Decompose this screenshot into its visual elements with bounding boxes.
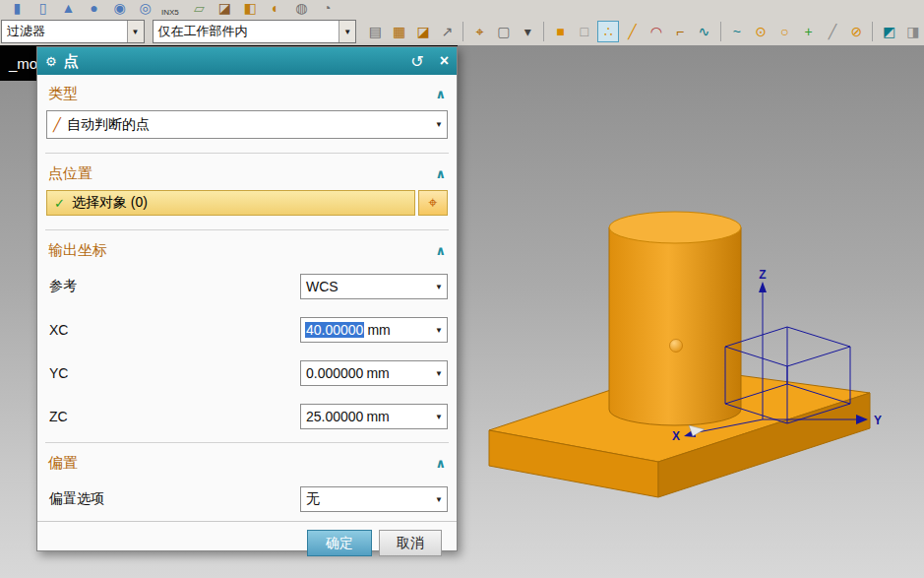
circle-center-icon[interactable]: ⊙ (750, 21, 771, 42)
dialog-close-icon[interactable]: × (440, 52, 449, 70)
offset-option-row: 偏置选项 无 ▼ (46, 486, 448, 512)
selection-check-icon: ✓ (54, 196, 65, 211)
cylinder-top-face[interactable] (609, 212, 741, 243)
extrude-icon[interactable]: ◧ (239, 0, 262, 19)
move-object-icon[interactable]: ↗ (436, 21, 458, 42)
section-title-coordinates: 输出坐标 (48, 241, 107, 260)
dialog-title-bar[interactable]: ⚙ 点 ↺ × (37, 47, 457, 75)
cylinder-primitive-icon[interactable]: ▯ (31, 0, 54, 19)
xc-input[interactable]: 40.00000 mm ▼ (300, 317, 448, 343)
zc-label: ZC (46, 409, 300, 424)
target-point-icon[interactable]: ⊘ (845, 21, 867, 42)
zc-input[interactable]: 25.00000 mm ▼ (300, 404, 448, 429)
dropdown-arrow-icon[interactable]: ▼ (431, 326, 447, 335)
yc-input[interactable]: 0.000000 mm ▼ (300, 360, 448, 386)
snap-grid-icon[interactable]: ▦ (389, 21, 410, 42)
model-3d[interactable] (489, 212, 870, 497)
ok-button[interactable]: 确定 (307, 530, 372, 556)
subtract-icon[interactable]: ◎ (134, 0, 156, 19)
section-title-type: 类型 (48, 85, 78, 103)
section-separator (45, 442, 449, 443)
solid-cube-icon[interactable]: ■ (549, 21, 571, 42)
sketch-icon[interactable]: ◪ (214, 0, 236, 19)
select-object-field[interactable]: ✓ 选择对象 (0) (46, 190, 415, 216)
revolve-icon[interactable]: ◐ (265, 0, 287, 19)
graphics-viewport[interactable]: _mo (0, 45, 924, 578)
shaded-cube-icon[interactable]: □ (574, 21, 595, 42)
yc-label: YC (46, 365, 300, 381)
dropdown-arrow-icon[interactable]: ▼ (431, 369, 447, 378)
studio-spline-icon[interactable]: ~ (726, 21, 748, 42)
sketch-edit-icon[interactable]: ◪ (412, 21, 434, 42)
offset-option-dropdown[interactable]: 无 ▼ (300, 486, 448, 512)
xc-unit: mm (367, 322, 390, 338)
select-rectangle-icon[interactable]: ▢ (493, 21, 515, 42)
section-header-location[interactable]: 点位置 ∧ (45, 158, 449, 188)
selection-filter-dropdown[interactable]: 过滤器 ▼ (1, 20, 145, 43)
dialog-button-row: 确定 取消 (37, 521, 457, 564)
edge-blend-icon[interactable]: ◔ (316, 0, 339, 19)
select-object-label: 选择对象 (0) (72, 194, 148, 212)
unite-icon[interactable]: ◉ (108, 0, 131, 19)
slash-tool-icon[interactable]: ╱ (822, 21, 843, 42)
toolbar-group-label: INX5 (161, 8, 179, 17)
reference-dropdown[interactable]: WCS ▼ (300, 274, 448, 299)
section-title-location: 点位置 (48, 164, 92, 183)
paste-icon[interactable]: ▤ (364, 21, 386, 42)
section-header-offset[interactable]: 偏置 ∧ (45, 447, 449, 478)
dialog-menu-gear-icon[interactable]: ⚙ (45, 54, 57, 69)
point-dialog-button[interactable]: ⌖ (418, 190, 448, 216)
section-header-coordinates[interactable]: 输出坐标 ∧ (45, 234, 449, 265)
selection-scope-dropdown[interactable]: 仅在工作部件内 ▼ (153, 20, 357, 43)
dropdown-arrow-icon[interactable]: ▼ (431, 413, 447, 421)
section-title-offset: 偏置 (48, 454, 78, 473)
collapse-chevron-icon[interactable]: ∧ (435, 166, 446, 181)
collapse-chevron-icon[interactable]: ∧ (435, 456, 446, 471)
collapse-chevron-icon[interactable]: ∧ (435, 243, 446, 258)
point-type-dropdown[interactable]: ╱ 自动判断的点 ▼ (46, 110, 448, 139)
xc-row: XC 40.00000 mm ▼ (46, 317, 448, 343)
toolbar-separator (720, 22, 721, 41)
collapse-chevron-icon[interactable]: ∧ (435, 87, 446, 101)
toolbar-separator (462, 22, 463, 41)
inferred-point-icon: ╱ (47, 117, 67, 132)
spline-tool-icon[interactable]: ∿ (693, 21, 714, 42)
section-separator (45, 153, 449, 154)
line-tool-icon[interactable]: ╱ (621, 21, 643, 42)
dialog-title: 点 (64, 52, 411, 71)
reference-row: 参考 WCS ▼ (46, 274, 448, 299)
cancel-button[interactable]: 取消 (379, 530, 442, 556)
dropdown-arrow-icon[interactable]: ▼ (431, 120, 447, 129)
toolbar-separator (543, 22, 544, 41)
profile-tool-icon[interactable]: ⌐ (669, 21, 691, 42)
dropdown-arrow-icon[interactable]: ▼ (127, 21, 144, 42)
plus-tool-icon[interactable]: + (798, 21, 820, 42)
dropdown-arrow-icon[interactable]: ▼ (431, 495, 447, 504)
offset-option-label: 偏置选项 (46, 490, 300, 508)
point-preview-sphere[interactable] (670, 340, 683, 353)
datum-plane-icon[interactable]: ▱ (188, 0, 211, 19)
circle-tool-icon[interactable]: ○ (773, 21, 795, 42)
toolbar-separator (872, 22, 873, 41)
point-tool-icon[interactable]: ∴ (597, 21, 619, 42)
hole-icon[interactable]: ◍ (290, 0, 313, 19)
dropdown-arrow-icon[interactable]: ▼ (431, 283, 447, 291)
snap-point-icon[interactable]: ⌖ (468, 21, 490, 42)
wcs-y-label: Y (874, 414, 882, 427)
dropdown-arrow-icon[interactable]: ▼ (339, 21, 355, 42)
cone-primitive-icon[interactable]: ▲ (57, 0, 80, 19)
view-cube-icon[interactable]: ◨ (902, 21, 924, 42)
section-separator (45, 229, 449, 230)
section-header-type[interactable]: 类型 ∧ (45, 78, 449, 108)
datum-csys-icon[interactable]: ◩ (878, 21, 899, 42)
block-primitive-icon[interactable]: ▮ (6, 0, 29, 19)
sphere-primitive-icon[interactable]: ● (83, 0, 105, 19)
offset-option-value: 无 (301, 490, 320, 508)
yc-value: 0.000000 (301, 365, 363, 381)
yc-unit: mm (366, 365, 389, 381)
more-options-arrow[interactable]: ▾ (517, 21, 538, 42)
select-object-row: ✓ 选择对象 (0) ⌖ (46, 190, 448, 216)
arc-tool-icon[interactable]: ◠ (646, 21, 667, 42)
dialog-reset-icon[interactable]: ↺ (410, 52, 423, 71)
cylinder-body[interactable] (609, 227, 741, 425)
